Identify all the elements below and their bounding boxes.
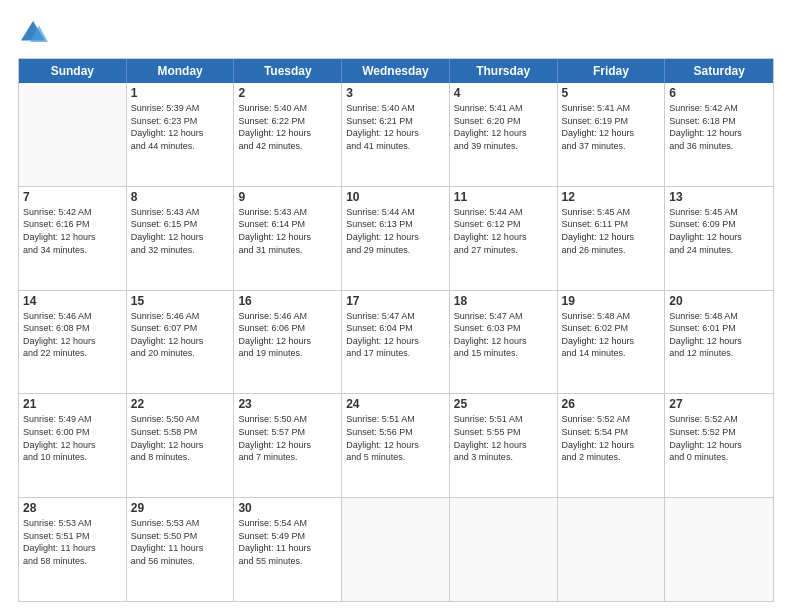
cell-info: Sunrise: 5:44 AMSunset: 6:12 PMDaylight:… [454, 206, 553, 256]
calendar-cell-5: 5Sunrise: 5:41 AMSunset: 6:19 PMDaylight… [558, 83, 666, 186]
cell-info: Sunrise: 5:42 AMSunset: 6:16 PMDaylight:… [23, 206, 122, 256]
cell-info: Sunrise: 5:45 AMSunset: 6:09 PMDaylight:… [669, 206, 769, 256]
calendar-cell-23: 23Sunrise: 5:50 AMSunset: 5:57 PMDayligh… [234, 394, 342, 497]
calendar-cell-empty-4-5 [558, 498, 666, 601]
calendar-body: 1Sunrise: 5:39 AMSunset: 6:23 PMDaylight… [19, 83, 773, 601]
calendar-header: SundayMondayTuesdayWednesdayThursdayFrid… [19, 59, 773, 83]
calendar-cell-24: 24Sunrise: 5:51 AMSunset: 5:56 PMDayligh… [342, 394, 450, 497]
cell-info: Sunrise: 5:46 AMSunset: 6:08 PMDaylight:… [23, 310, 122, 360]
page: SundayMondayTuesdayWednesdayThursdayFrid… [0, 0, 792, 612]
weekday-header-monday: Monday [127, 59, 235, 83]
cell-info: Sunrise: 5:48 AMSunset: 6:02 PMDaylight:… [562, 310, 661, 360]
calendar-cell-empty-0-0 [19, 83, 127, 186]
day-number: 28 [23, 501, 122, 515]
calendar-row-3: 21Sunrise: 5:49 AMSunset: 6:00 PMDayligh… [19, 393, 773, 497]
weekday-header-wednesday: Wednesday [342, 59, 450, 83]
calendar-cell-30: 30Sunrise: 5:54 AMSunset: 5:49 PMDayligh… [234, 498, 342, 601]
calendar-cell-2: 2Sunrise: 5:40 AMSunset: 6:22 PMDaylight… [234, 83, 342, 186]
calendar-cell-7: 7Sunrise: 5:42 AMSunset: 6:16 PMDaylight… [19, 187, 127, 290]
weekday-header-sunday: Sunday [19, 59, 127, 83]
calendar-row-1: 7Sunrise: 5:42 AMSunset: 6:16 PMDaylight… [19, 186, 773, 290]
calendar-cell-10: 10Sunrise: 5:44 AMSunset: 6:13 PMDayligh… [342, 187, 450, 290]
day-number: 5 [562, 86, 661, 100]
calendar: SundayMondayTuesdayWednesdayThursdayFrid… [18, 58, 774, 602]
calendar-cell-11: 11Sunrise: 5:44 AMSunset: 6:12 PMDayligh… [450, 187, 558, 290]
day-number: 30 [238, 501, 337, 515]
header [18, 18, 774, 48]
cell-info: Sunrise: 5:44 AMSunset: 6:13 PMDaylight:… [346, 206, 445, 256]
cell-info: Sunrise: 5:40 AMSunset: 6:21 PMDaylight:… [346, 102, 445, 152]
calendar-cell-4: 4Sunrise: 5:41 AMSunset: 6:20 PMDaylight… [450, 83, 558, 186]
cell-info: Sunrise: 5:53 AMSunset: 5:51 PMDaylight:… [23, 517, 122, 567]
calendar-cell-14: 14Sunrise: 5:46 AMSunset: 6:08 PMDayligh… [19, 291, 127, 394]
calendar-cell-28: 28Sunrise: 5:53 AMSunset: 5:51 PMDayligh… [19, 498, 127, 601]
calendar-cell-26: 26Sunrise: 5:52 AMSunset: 5:54 PMDayligh… [558, 394, 666, 497]
day-number: 7 [23, 190, 122, 204]
cell-info: Sunrise: 5:40 AMSunset: 6:22 PMDaylight:… [238, 102, 337, 152]
calendar-cell-27: 27Sunrise: 5:52 AMSunset: 5:52 PMDayligh… [665, 394, 773, 497]
day-number: 13 [669, 190, 769, 204]
day-number: 22 [131, 397, 230, 411]
day-number: 4 [454, 86, 553, 100]
day-number: 24 [346, 397, 445, 411]
cell-info: Sunrise: 5:48 AMSunset: 6:01 PMDaylight:… [669, 310, 769, 360]
cell-info: Sunrise: 5:47 AMSunset: 6:04 PMDaylight:… [346, 310, 445, 360]
weekday-header-thursday: Thursday [450, 59, 558, 83]
cell-info: Sunrise: 5:41 AMSunset: 6:20 PMDaylight:… [454, 102, 553, 152]
calendar-row-2: 14Sunrise: 5:46 AMSunset: 6:08 PMDayligh… [19, 290, 773, 394]
calendar-cell-20: 20Sunrise: 5:48 AMSunset: 6:01 PMDayligh… [665, 291, 773, 394]
day-number: 11 [454, 190, 553, 204]
day-number: 19 [562, 294, 661, 308]
day-number: 16 [238, 294, 337, 308]
calendar-cell-21: 21Sunrise: 5:49 AMSunset: 6:00 PMDayligh… [19, 394, 127, 497]
cell-info: Sunrise: 5:46 AMSunset: 6:06 PMDaylight:… [238, 310, 337, 360]
calendar-cell-29: 29Sunrise: 5:53 AMSunset: 5:50 PMDayligh… [127, 498, 235, 601]
calendar-cell-8: 8Sunrise: 5:43 AMSunset: 6:15 PMDaylight… [127, 187, 235, 290]
cell-info: Sunrise: 5:53 AMSunset: 5:50 PMDaylight:… [131, 517, 230, 567]
day-number: 12 [562, 190, 661, 204]
cell-info: Sunrise: 5:47 AMSunset: 6:03 PMDaylight:… [454, 310, 553, 360]
cell-info: Sunrise: 5:50 AMSunset: 5:58 PMDaylight:… [131, 413, 230, 463]
day-number: 21 [23, 397, 122, 411]
cell-info: Sunrise: 5:46 AMSunset: 6:07 PMDaylight:… [131, 310, 230, 360]
calendar-cell-16: 16Sunrise: 5:46 AMSunset: 6:06 PMDayligh… [234, 291, 342, 394]
weekday-header-friday: Friday [558, 59, 666, 83]
cell-info: Sunrise: 5:45 AMSunset: 6:11 PMDaylight:… [562, 206, 661, 256]
calendar-cell-empty-4-4 [450, 498, 558, 601]
weekday-header-saturday: Saturday [665, 59, 773, 83]
day-number: 27 [669, 397, 769, 411]
cell-info: Sunrise: 5:39 AMSunset: 6:23 PMDaylight:… [131, 102, 230, 152]
day-number: 23 [238, 397, 337, 411]
calendar-cell-17: 17Sunrise: 5:47 AMSunset: 6:04 PMDayligh… [342, 291, 450, 394]
calendar-cell-12: 12Sunrise: 5:45 AMSunset: 6:11 PMDayligh… [558, 187, 666, 290]
cell-info: Sunrise: 5:49 AMSunset: 6:00 PMDaylight:… [23, 413, 122, 463]
calendar-row-0: 1Sunrise: 5:39 AMSunset: 6:23 PMDaylight… [19, 83, 773, 186]
calendar-row-4: 28Sunrise: 5:53 AMSunset: 5:51 PMDayligh… [19, 497, 773, 601]
calendar-cell-15: 15Sunrise: 5:46 AMSunset: 6:07 PMDayligh… [127, 291, 235, 394]
calendar-cell-25: 25Sunrise: 5:51 AMSunset: 5:55 PMDayligh… [450, 394, 558, 497]
weekday-header-tuesday: Tuesday [234, 59, 342, 83]
day-number: 10 [346, 190, 445, 204]
calendar-cell-6: 6Sunrise: 5:42 AMSunset: 6:18 PMDaylight… [665, 83, 773, 186]
day-number: 1 [131, 86, 230, 100]
day-number: 6 [669, 86, 769, 100]
day-number: 2 [238, 86, 337, 100]
calendar-cell-18: 18Sunrise: 5:47 AMSunset: 6:03 PMDayligh… [450, 291, 558, 394]
day-number: 25 [454, 397, 553, 411]
day-number: 18 [454, 294, 553, 308]
cell-info: Sunrise: 5:50 AMSunset: 5:57 PMDaylight:… [238, 413, 337, 463]
calendar-cell-1: 1Sunrise: 5:39 AMSunset: 6:23 PMDaylight… [127, 83, 235, 186]
day-number: 8 [131, 190, 230, 204]
calendar-cell-19: 19Sunrise: 5:48 AMSunset: 6:02 PMDayligh… [558, 291, 666, 394]
cell-info: Sunrise: 5:52 AMSunset: 5:52 PMDaylight:… [669, 413, 769, 463]
day-number: 29 [131, 501, 230, 515]
calendar-cell-empty-4-6 [665, 498, 773, 601]
calendar-cell-13: 13Sunrise: 5:45 AMSunset: 6:09 PMDayligh… [665, 187, 773, 290]
logo-icon [18, 18, 48, 48]
day-number: 20 [669, 294, 769, 308]
logo [18, 18, 52, 48]
cell-info: Sunrise: 5:51 AMSunset: 5:56 PMDaylight:… [346, 413, 445, 463]
cell-info: Sunrise: 5:43 AMSunset: 6:14 PMDaylight:… [238, 206, 337, 256]
calendar-cell-22: 22Sunrise: 5:50 AMSunset: 5:58 PMDayligh… [127, 394, 235, 497]
day-number: 3 [346, 86, 445, 100]
